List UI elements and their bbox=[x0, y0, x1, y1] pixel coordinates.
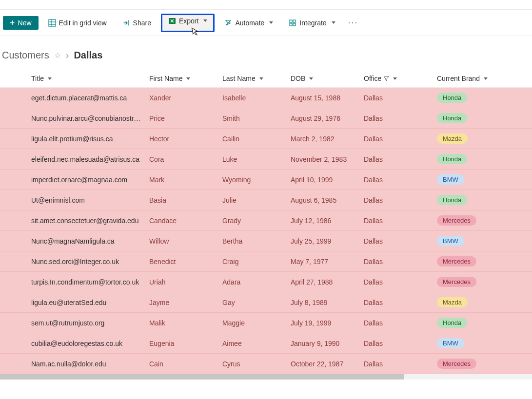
share-label: Share bbox=[133, 19, 151, 27]
chevron-down-icon bbox=[484, 77, 488, 80]
cell-office: Dallas bbox=[361, 258, 434, 266]
cell-dob: August 29, 1976 bbox=[288, 114, 361, 122]
table-row[interactable]: sit.amet.consectetuer@gravida.eduCandace… bbox=[0, 210, 532, 231]
cell-last-name: Bertha bbox=[219, 237, 288, 245]
cell-title[interactable]: Nunc.sed.orci@Integer.co.uk bbox=[0, 258, 146, 266]
automate-button[interactable]: Automate bbox=[218, 16, 279, 30]
cell-office: Dallas bbox=[361, 278, 434, 286]
horizontal-scrollbar[interactable] bbox=[0, 374, 532, 380]
col-header-current-brand[interactable]: Current Brand bbox=[437, 75, 488, 82]
share-button[interactable]: Share bbox=[117, 16, 157, 30]
cell-office: Dallas bbox=[361, 299, 434, 306]
cell-current-brand: Mercedes bbox=[434, 359, 502, 369]
col-header-dob[interactable]: DOB bbox=[291, 75, 313, 82]
table-row[interactable]: cubilia@eudoloregestas.co.ukEugeniaAimee… bbox=[0, 333, 532, 354]
favorite-star-icon[interactable]: ☆ bbox=[54, 51, 61, 60]
cell-office: Dallas bbox=[361, 94, 434, 102]
cell-dob: July 25, 1999 bbox=[288, 237, 361, 245]
cell-last-name: Cailin bbox=[219, 135, 288, 143]
cell-office: Dallas bbox=[361, 340, 434, 347]
cell-last-name: Gay bbox=[219, 299, 288, 306]
table-header: Title First Name Last Name DOB Offic bbox=[0, 70, 532, 88]
table-row[interactable]: sem.ut@rutrumjusto.orgMalikMaggieJuly 19… bbox=[0, 313, 532, 333]
brand-pill: Mercedes bbox=[437, 277, 476, 287]
table-row[interactable]: Nam.ac.nulla@dolor.eduCainCyrusOctober 2… bbox=[0, 354, 532, 374]
new-button[interactable]: + New bbox=[3, 16, 39, 30]
cursor-pointer-icon bbox=[191, 26, 200, 37]
cell-last-name: Wyoming bbox=[219, 176, 288, 184]
cell-title[interactable]: ligula.elit.pretium@risus.ca bbox=[0, 135, 146, 143]
cell-first-name: Basia bbox=[146, 196, 219, 204]
table-row[interactable]: ligula.eu@uteratSed.eduJaymeGayJuly 8, 1… bbox=[0, 292, 532, 313]
table-row[interactable]: Nunc.sed.orci@Integer.co.ukBenedictCraig… bbox=[0, 251, 532, 272]
cell-office: Dallas bbox=[361, 176, 434, 184]
cell-first-name: Hector bbox=[146, 135, 219, 143]
cell-title[interactable]: cubilia@eudoloregestas.co.uk bbox=[0, 340, 146, 347]
grid-icon bbox=[48, 19, 56, 27]
cell-title[interactable]: eget.dictum.placerat@mattis.ca bbox=[0, 94, 146, 102]
cell-dob: August 6, 1985 bbox=[288, 196, 361, 204]
cell-first-name: Candace bbox=[146, 217, 219, 225]
col-header-office[interactable]: Office bbox=[364, 75, 397, 82]
table-row[interactable]: Nunc.pulvinar.arcu@conubianostraper.eduP… bbox=[0, 108, 532, 129]
cell-office: Dallas bbox=[361, 360, 434, 368]
cell-title[interactable]: imperdiet.ornare@magnaa.com bbox=[0, 176, 146, 184]
cell-dob: July 12, 1986 bbox=[288, 217, 361, 225]
cell-first-name: Mark bbox=[146, 176, 219, 184]
chevron-down-icon bbox=[259, 77, 263, 80]
svg-rect-7 bbox=[290, 23, 292, 26]
cell-first-name: Xander bbox=[146, 94, 219, 102]
cell-title[interactable]: eleifend.nec.malesuada@atrisus.ca bbox=[0, 155, 146, 163]
brand-pill: Mercedes bbox=[437, 256, 476, 266]
cell-first-name: Malik bbox=[146, 319, 219, 327]
brand-pill: Honda bbox=[437, 318, 467, 328]
table-row[interactable]: turpis.In.condimentum@tortor.co.ukUriahA… bbox=[0, 272, 532, 292]
table-row[interactable]: ligula.elit.pretium@risus.caHectorCailin… bbox=[0, 129, 532, 149]
cell-current-brand: Mercedes bbox=[434, 215, 502, 226]
svg-rect-8 bbox=[293, 23, 296, 26]
share-icon bbox=[122, 19, 130, 27]
cell-title[interactable]: sit.amet.consectetuer@gravida.edu bbox=[0, 217, 146, 225]
cell-office: Dallas bbox=[361, 196, 434, 204]
breadcrumb-current: Dallas bbox=[74, 50, 102, 61]
table-row[interactable]: imperdiet.ornare@magnaa.comMarkWyomingAp… bbox=[0, 170, 532, 190]
cell-title[interactable]: turpis.In.condimentum@tortor.co.uk bbox=[0, 278, 146, 286]
col-header-title[interactable]: Title bbox=[31, 75, 52, 82]
breadcrumb-root[interactable]: Customers bbox=[2, 50, 49, 61]
plus-icon: + bbox=[10, 19, 15, 26]
cell-first-name: Eugenia bbox=[146, 340, 219, 347]
cell-first-name: Willow bbox=[146, 237, 219, 245]
cell-office: Dallas bbox=[361, 135, 434, 143]
cell-dob: October 22, 1987 bbox=[288, 360, 361, 368]
table-row[interactable]: Nunc@magnaNamligula.caWillowBerthaJuly 2… bbox=[0, 231, 532, 251]
cell-title[interactable]: Ut@enimnisl.com bbox=[0, 196, 146, 204]
col-header-last-name[interactable]: Last Name bbox=[222, 75, 263, 82]
scrollbar-thumb[interactable] bbox=[0, 374, 404, 380]
cell-current-brand: BMW bbox=[434, 338, 502, 348]
table-row[interactable]: eget.dictum.placerat@mattis.caXanderIsab… bbox=[0, 88, 532, 108]
table-row[interactable]: eleifend.nec.malesuada@atrisus.caCoraLuk… bbox=[0, 149, 532, 170]
export-button[interactable]: Export bbox=[161, 14, 215, 32]
cell-title[interactable]: Nunc.pulvinar.arcu@conubianostraper.edu bbox=[0, 114, 146, 122]
col-header-first-name[interactable]: First Name bbox=[149, 75, 190, 82]
cell-last-name: Craig bbox=[219, 258, 288, 266]
cell-title[interactable]: sem.ut@rutrumjusto.org bbox=[0, 319, 146, 327]
chevron-down-icon bbox=[332, 21, 335, 24]
integrate-icon bbox=[289, 19, 296, 27]
edit-grid-button[interactable]: Edit in grid view bbox=[42, 16, 113, 30]
integrate-button[interactable]: Integrate bbox=[283, 16, 341, 30]
table-row[interactable]: Ut@enimnisl.comBasiaJulieAugust 6, 1985D… bbox=[0, 190, 532, 210]
chevron-down-icon bbox=[309, 77, 313, 80]
cell-last-name: Isabelle bbox=[219, 94, 288, 102]
svg-rect-5 bbox=[290, 20, 292, 22]
filter-icon bbox=[383, 76, 389, 81]
cell-current-brand: Mazda bbox=[434, 133, 502, 144]
list-table: Title First Name Last Name DOB Offic bbox=[0, 70, 532, 374]
cell-title[interactable]: Nunc@magnaNamligula.ca bbox=[0, 237, 146, 245]
cell-title[interactable]: Nam.ac.nulla@dolor.edu bbox=[0, 360, 146, 368]
cell-title[interactable]: ligula.eu@uteratSed.edu bbox=[0, 299, 146, 306]
cell-office: Dallas bbox=[361, 155, 434, 163]
cell-last-name: Luke bbox=[219, 155, 288, 163]
more-actions-button[interactable]: ··· bbox=[345, 18, 361, 28]
cell-first-name: Jayme bbox=[146, 299, 219, 306]
